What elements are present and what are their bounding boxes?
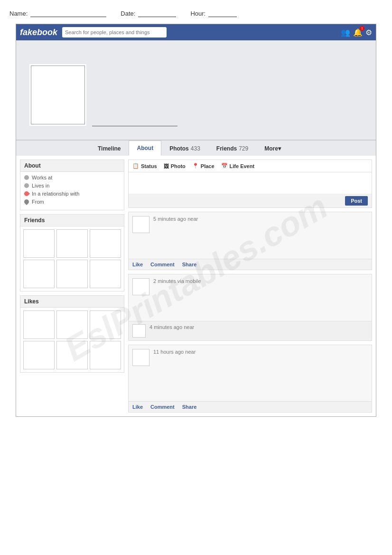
friends-grid bbox=[20, 226, 124, 291]
feed-avatar-1 bbox=[132, 216, 149, 233]
post-textarea[interactable] bbox=[132, 175, 368, 189]
post-tabs: 📋 Status 🖼 Photo 📍 Place 📅 Life Event bbox=[129, 160, 372, 172]
menu-icon[interactable]: ⚙ bbox=[365, 28, 372, 37]
like-button-1[interactable]: Like bbox=[132, 262, 143, 267]
lives-in-label: Lives in bbox=[32, 183, 49, 188]
post-tab-photo[interactable]: 🖼 Photo bbox=[164, 163, 186, 169]
status-icon: 📋 bbox=[132, 163, 139, 169]
like-thumb-2[interactable] bbox=[56, 310, 88, 339]
feed-item-1: 5 minutes ago near Like Comment Share bbox=[128, 212, 372, 270]
likes-title: Likes bbox=[20, 296, 124, 308]
feed-sub-avatar-1 bbox=[132, 324, 146, 338]
feed-avatar-3 bbox=[132, 349, 149, 366]
about-title: About bbox=[20, 160, 124, 172]
likes-grid bbox=[20, 308, 124, 372]
home-icon bbox=[24, 183, 29, 188]
navbar: fakebook 👥 🔔 1 ⚙ bbox=[16, 24, 376, 40]
post-tab-status[interactable]: 📋 Status bbox=[132, 163, 157, 169]
search-input[interactable] bbox=[62, 27, 167, 38]
feed-item-3-header: 11 hours ago near bbox=[132, 349, 368, 366]
friend-thumb-2[interactable] bbox=[56, 229, 88, 258]
post-box: 📋 Status 🖼 Photo 📍 Place 📅 Life Event bbox=[128, 160, 372, 208]
friend-thumb-1[interactable] bbox=[23, 229, 55, 258]
pin-icon bbox=[23, 198, 30, 205]
like-thumb-3[interactable] bbox=[90, 310, 121, 339]
profile-name-line bbox=[92, 120, 177, 126]
fb-logo: fakebook bbox=[20, 28, 57, 38]
about-item-from: From bbox=[24, 199, 120, 205]
tab-more[interactable]: More▾ bbox=[256, 141, 289, 156]
share-button-1[interactable]: Share bbox=[182, 262, 197, 267]
friend-thumb-6[interactable] bbox=[90, 260, 121, 288]
post-tab-place[interactable]: 📍 Place bbox=[192, 163, 215, 169]
main-content: About Works at Lives in In a relationshi… bbox=[16, 156, 376, 416]
friends-title: Friends bbox=[20, 215, 124, 226]
notification-badge: 1 bbox=[360, 26, 364, 31]
comment-button-1[interactable]: Comment bbox=[150, 262, 175, 267]
friends-icon[interactable]: 👥 bbox=[341, 28, 350, 37]
like-button-3[interactable]: Like bbox=[132, 404, 143, 410]
photos-count: 433 bbox=[191, 145, 200, 152]
briefcase-icon bbox=[24, 175, 29, 180]
name-label: Name: bbox=[9, 10, 28, 17]
tab-friends[interactable]: Friends 729 bbox=[208, 141, 256, 156]
friend-thumb-5[interactable] bbox=[56, 260, 88, 288]
like-thumb-4[interactable] bbox=[23, 341, 55, 369]
post-bottom: Post bbox=[129, 194, 372, 207]
friend-thumb-3[interactable] bbox=[90, 229, 121, 258]
page-header: Name: Date: Hour: bbox=[9, 9, 383, 17]
like-thumb-1[interactable] bbox=[23, 310, 55, 339]
tab-timeline[interactable]: Timeline bbox=[90, 141, 129, 156]
feed-sub-header-1: 4 minutes ago near bbox=[132, 324, 368, 338]
likes-box: Likes bbox=[20, 295, 124, 373]
fakebook-app: fakebook 👥 🔔 1 ⚙ Timeline About Photos 4… bbox=[16, 24, 376, 417]
date-label: Date: bbox=[121, 10, 135, 17]
about-item-lives: Lives in bbox=[24, 183, 120, 188]
feed-meta-3: 11 hours ago near bbox=[153, 349, 196, 355]
about-box: About Works at Lives in In a relationshi… bbox=[20, 160, 124, 210]
place-icon: 📍 bbox=[192, 163, 199, 169]
hour-field: Hour: bbox=[190, 9, 237, 17]
hour-underline bbox=[208, 9, 237, 17]
avatar-image bbox=[31, 66, 85, 124]
life-event-label: Life Event bbox=[230, 163, 255, 169]
post-input-area bbox=[129, 172, 372, 194]
notifications-icon[interactable]: 🔔 1 bbox=[353, 28, 363, 37]
tab-about[interactable]: About bbox=[129, 141, 161, 156]
feed-content-1 bbox=[132, 236, 368, 255]
heart-icon bbox=[23, 190, 30, 197]
name-field: Name: bbox=[9, 9, 106, 17]
feed-avatar-2 bbox=[132, 278, 149, 295]
profile-area bbox=[16, 102, 376, 140]
comment-button-3[interactable]: Comment bbox=[150, 404, 175, 410]
feed-item-2: 2 minutes via mobile 4 minutes ago near bbox=[128, 274, 372, 341]
friend-thumb-4[interactable] bbox=[23, 260, 55, 288]
works-at-label: Works at bbox=[32, 175, 52, 180]
feed-actions-3: Like Comment Share bbox=[129, 401, 372, 412]
profile-tabs: Timeline About Photos 433 Friends 729 Mo… bbox=[16, 140, 376, 156]
relationship-label: In a relationship with bbox=[32, 191, 79, 197]
tab-photos[interactable]: Photos 433 bbox=[161, 141, 208, 156]
feed-sub-meta-1: 4 minutes ago near bbox=[149, 324, 194, 330]
about-content: Works at Lives in In a relationship with… bbox=[20, 172, 124, 210]
friends-count: 729 bbox=[239, 145, 248, 152]
like-thumb-6[interactable] bbox=[90, 341, 121, 369]
about-item-works: Works at bbox=[24, 175, 120, 180]
feed-meta-2: 2 minutes via mobile bbox=[153, 278, 201, 284]
feed-actions-1: Like Comment Share bbox=[129, 259, 372, 270]
share-button-3[interactable]: Share bbox=[182, 404, 197, 410]
sidebar: About Works at Lives in In a relationshi… bbox=[20, 160, 124, 413]
nav-icons: 👥 🔔 1 ⚙ bbox=[341, 28, 372, 37]
place-label: Place bbox=[201, 163, 215, 169]
post-tab-life-event[interactable]: 📅 Life Event bbox=[221, 163, 255, 169]
post-button[interactable]: Post bbox=[345, 196, 368, 206]
avatar bbox=[29, 64, 86, 126]
feed-content-3 bbox=[132, 369, 368, 397]
feed: 📋 Status 🖼 Photo 📍 Place 📅 Life Event bbox=[128, 160, 372, 413]
feed-sub-item-1: 4 minutes ago near bbox=[129, 321, 372, 340]
photo-label: Photo bbox=[171, 163, 186, 169]
photo-icon: 🖼 bbox=[164, 163, 169, 169]
feed-content-2 bbox=[132, 298, 368, 317]
feed-item-1-header: 5 minutes ago near bbox=[132, 216, 368, 233]
like-thumb-5[interactable] bbox=[56, 341, 88, 369]
